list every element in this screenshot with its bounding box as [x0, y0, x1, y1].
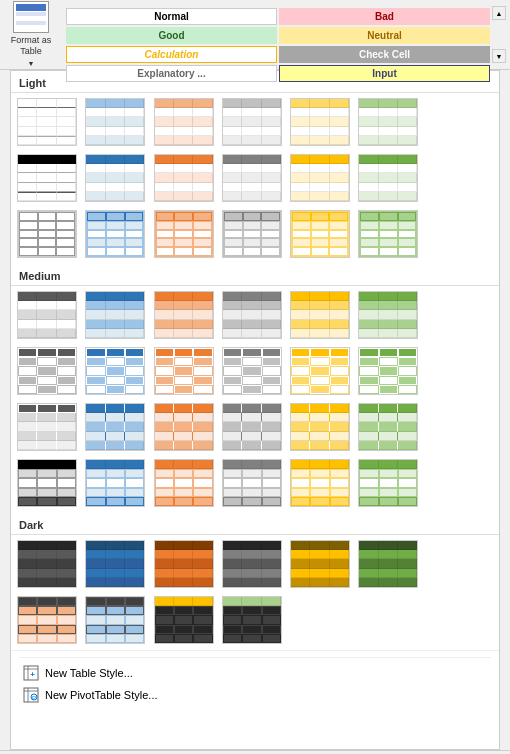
table-style-med-yellow-4[interactable]	[290, 459, 350, 507]
table-style-dark-2-3[interactable]	[154, 596, 214, 644]
table-style-grid-yellow[interactable]	[290, 210, 350, 258]
table-style-med-black-4[interactable]	[17, 459, 77, 507]
new-pivot-icon: P	[23, 687, 39, 703]
table-style-grid-blue[interactable]	[85, 210, 145, 258]
table-style-med-orange-2[interactable]	[154, 347, 214, 395]
table-style-black-light[interactable]	[17, 154, 77, 202]
table-style-med-yellow[interactable]	[290, 291, 350, 339]
format-as-table-button[interactable]: Format as Table ▼	[0, 4, 62, 65]
dark-divider	[11, 534, 499, 535]
style-explanatory[interactable]: Explanatory ...	[66, 65, 277, 82]
table-style-med-black-2[interactable]	[17, 347, 77, 395]
light-section: Light	[11, 71, 499, 264]
toolbar: Format as Table ▼ Normal Bad Good Neutra…	[0, 0, 510, 70]
style-check-cell[interactable]: Check Cell	[279, 46, 490, 63]
style-neutral[interactable]: Neutral	[279, 27, 490, 44]
table-style-med-gray-2[interactable]	[222, 347, 282, 395]
dark-section: Dark	[11, 513, 499, 650]
light-styles-row1	[11, 96, 499, 152]
table-style-dark-green[interactable]	[358, 540, 418, 588]
dropdown-arrow-icon: ▼	[28, 59, 35, 68]
table-style-dark-1[interactable]	[17, 540, 77, 588]
dark-section-label: Dark	[11, 513, 499, 534]
table-style-med-black-3[interactable]	[17, 403, 77, 451]
toolbar-scrollbar: ▲ ▼	[490, 4, 506, 65]
dark-styles-row2	[11, 594, 499, 650]
light-styles-row3	[11, 208, 499, 264]
table-style-orange-light-1[interactable]	[154, 98, 214, 146]
table-style-med-orange-4[interactable]	[154, 459, 214, 507]
table-style-med-blue-4[interactable]	[85, 459, 145, 507]
table-style-green-light-1[interactable]	[358, 98, 418, 146]
table-style-med-black[interactable]	[17, 291, 77, 339]
scroll-down-btn[interactable]: ▼	[492, 49, 506, 63]
style-bad[interactable]: Bad	[279, 8, 490, 25]
table-style-med-gray-4[interactable]	[222, 459, 282, 507]
table-style-dark-2-1[interactable]	[17, 596, 77, 644]
style-input[interactable]: Input	[279, 65, 490, 82]
light-styles-row2	[11, 152, 499, 208]
svg-text:+: +	[30, 670, 35, 679]
table-style-med-yellow-2[interactable]	[290, 347, 350, 395]
medium-styles-row4	[11, 457, 499, 513]
medium-divider	[11, 285, 499, 286]
table-style-grid-plain[interactable]	[17, 210, 77, 258]
new-pivot-style-button[interactable]: P New PivotTable Style...	[19, 684, 491, 706]
medium-styles-row3	[11, 401, 499, 457]
table-style-dark-2-2[interactable]	[85, 596, 145, 644]
table-style-med-green-3[interactable]	[358, 403, 418, 451]
table-style-grid-green[interactable]	[358, 210, 418, 258]
medium-styles-row1	[11, 289, 499, 345]
light-divider	[11, 92, 499, 93]
dark-styles-row1	[11, 538, 499, 594]
table-style-yellow-light-2[interactable]	[290, 154, 350, 202]
table-style-med-green[interactable]	[358, 291, 418, 339]
table-style-med-green-2[interactable]	[358, 347, 418, 395]
table-style-yellow-light-1[interactable]	[290, 98, 350, 146]
table-style-dark-2-4[interactable]	[222, 596, 282, 644]
style-calculation[interactable]: Calculation	[66, 46, 277, 63]
style-good[interactable]: Good	[66, 27, 277, 44]
medium-styles-row2	[11, 345, 499, 401]
table-style-med-blue[interactable]	[85, 291, 145, 339]
table-style-grid-gray[interactable]	[222, 210, 282, 258]
table-style-med-orange-3[interactable]	[154, 403, 214, 451]
footer-actions: + New Table Style... P New PivotTable St…	[11, 650, 499, 712]
bottom-bar: ···	[0, 750, 510, 754]
style-cells-grid: Normal Bad Good Neutral Calculation Chec…	[62, 4, 490, 65]
dropdown-panel: Light	[10, 70, 500, 750]
table-style-gray-light-1[interactable]	[222, 98, 282, 146]
new-table-style-button[interactable]: + New Table Style...	[19, 662, 491, 684]
table-style-plain[interactable]	[17, 98, 77, 146]
table-style-gray-light-2[interactable]	[222, 154, 282, 202]
style-normal[interactable]: Normal	[66, 8, 277, 25]
svg-text:P: P	[32, 695, 36, 701]
table-style-dark-gray[interactable]	[222, 540, 282, 588]
table-style-dark-blue[interactable]	[85, 540, 145, 588]
table-style-dark-yellow[interactable]	[290, 540, 350, 588]
new-table-icon: +	[23, 665, 39, 681]
table-style-blue-light-1[interactable]	[85, 98, 145, 146]
table-style-med-blue-3[interactable]	[85, 403, 145, 451]
table-style-blue-light-2[interactable]	[85, 154, 145, 202]
table-style-med-gray-3[interactable]	[222, 403, 282, 451]
table-style-med-yellow-3[interactable]	[290, 403, 350, 451]
scroll-up-btn[interactable]: ▲	[492, 6, 506, 20]
table-style-med-blue-2[interactable]	[85, 347, 145, 395]
table-style-med-orange[interactable]	[154, 291, 214, 339]
table-style-med-green-4[interactable]	[358, 459, 418, 507]
medium-section-label: Medium	[11, 264, 499, 285]
table-style-grid-orange[interactable]	[154, 210, 214, 258]
table-style-orange-light-2[interactable]	[154, 154, 214, 202]
table-style-green-light-2[interactable]	[358, 154, 418, 202]
table-style-med-gray[interactable]	[222, 291, 282, 339]
table-style-dark-orange[interactable]	[154, 540, 214, 588]
medium-section: Medium	[11, 264, 499, 513]
